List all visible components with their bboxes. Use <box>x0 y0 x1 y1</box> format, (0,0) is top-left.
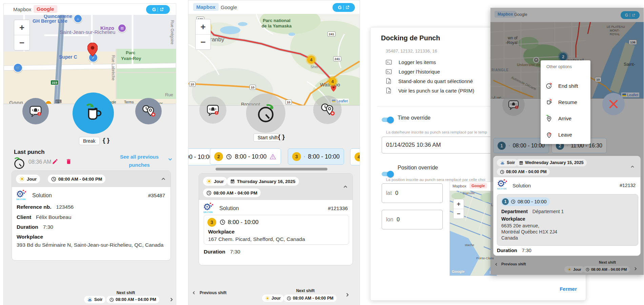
next-shift-type-chip: Soir <box>84 296 105 303</box>
last-punch-time: 08:36 AM <box>28 159 52 165</box>
file-icon <box>386 78 391 84</box>
previous-shift-label[interactable]: Previous shift <box>200 290 226 295</box>
last-punch-title: Last punch <box>14 149 45 156</box>
menu-item-arrive[interactable]: Arrive <box>545 115 571 122</box>
menu-item-end-shift[interactable]: End shift <box>545 82 578 89</box>
lat-value: 0 <box>395 190 398 196</box>
menu-item-log-items[interactable]: Logger les items <box>386 59 436 65</box>
clock-pin-icon <box>141 104 156 118</box>
map-zoom-control[interactable]: +− <box>195 19 211 50</box>
keyboard-shortcuts-icon[interactable]: ⌨ <box>55 99 62 104</box>
map-zoom-control[interactable]: +− <box>14 20 30 50</box>
item-time: 8:00 - 10:00 <box>228 219 259 226</box>
delete-punch-icon[interactable] <box>65 158 72 165</box>
shift-item-box[interactable]: 3 8:00 - 10:00 Workplace 167 Chem. Picar… <box>204 215 349 245</box>
next-shift-chevron-icon[interactable] <box>344 292 350 298</box>
zoom-in-button[interactable]: + <box>14 20 29 35</box>
shift-card-header: Jour 08:00 AM - 04:00 PM <box>12 171 171 187</box>
chevron-up-icon[interactable] <box>342 184 348 190</box>
time-override-toggle[interactable] <box>382 118 393 122</box>
menu-item-leave[interactable]: Leave <box>545 131 572 138</box>
shift-time-chip: 08:00 AM - 04:00 PM <box>48 175 105 183</box>
cluster-marker-4c[interactable]: 4 <box>328 77 337 85</box>
close-options-button[interactable] <box>602 93 625 115</box>
tab-google[interactable]: Google <box>34 5 57 13</box>
position-mini-map[interactable]: Mapbox Google Blainville +− stache Lav P… <box>449 182 497 276</box>
tab-google[interactable]: Google <box>221 4 237 10</box>
see-all-punches-link[interactable]: See all previous punches <box>116 153 163 169</box>
position-override-toggle[interactable] <box>382 172 393 176</box>
map-marker-red-pin <box>87 43 98 56</box>
external-link-icon <box>160 7 164 12</box>
zoom-in-button[interactable]: + <box>454 199 464 209</box>
lon-value: 0 <box>397 217 400 223</box>
previous-shift-chevron-icon[interactable] <box>191 290 197 296</box>
zoom-in-button[interactable]: + <box>196 19 210 34</box>
next-shift-label: Next shift <box>105 290 146 295</box>
google-watermark: Google <box>452 269 465 273</box>
time-override-helper: La date/heure inscrite au punch sera rem… <box>386 130 487 134</box>
shift-chip-2[interactable]: 2 8:00 - 10:00 <box>210 148 281 165</box>
map-label-parc2: Yvan-Roy <box>121 56 141 61</box>
shift-chip-4[interactable]: 4 8:00 - 10:00 <box>350 148 360 165</box>
solution-logo: ⚙SOLUTION <box>16 190 27 201</box>
menu-item-log-history[interactable]: Logger l'historique <box>386 69 440 75</box>
map-label-gh-berger: GH Berger Ltée <box>33 18 67 24</box>
tab-mapbox[interactable]: Mapbox <box>13 6 31 12</box>
break-button[interactable] <box>73 93 114 134</box>
fermer-button[interactable]: Fermer <box>560 286 577 292</box>
department-value: Département 1 <box>532 209 564 214</box>
punches-map-button[interactable] <box>135 98 162 124</box>
notifications-button[interactable] <box>199 97 226 124</box>
sunset-icon <box>500 161 505 165</box>
shift-card[interactable]: Jour Thursday January 16, 2025 08:00 AM … <box>199 173 353 265</box>
next-shift-label: Next shift <box>275 288 336 293</box>
shift-chip-3-selected[interactable]: 3 8:00 - 10:00 <box>288 148 344 165</box>
coffee-mug-icon <box>82 102 104 124</box>
terminal-icon <box>386 69 392 74</box>
map-leaflet[interactable]: 139 4 Granby Parc nationalde la Yamaska … <box>188 14 360 106</box>
next-shift-chevron-icon[interactable] <box>168 297 175 303</box>
tab-mapbox[interactable]: Mapbox <box>452 184 466 188</box>
lon-input[interactable]: lon 0 <box>382 210 443 229</box>
zoom-out-button[interactable]: − <box>14 35 29 50</box>
divider <box>158 7 158 12</box>
tab-google[interactable]: Google <box>469 183 487 188</box>
shift-item-box[interactable]: 1 08:00 - 10:00 DepartmentDépartement 1 … <box>497 194 638 246</box>
shift-card[interactable]: Jour 08:00 AM - 04:00 PM ⚙SOLUTION Solut… <box>12 170 171 261</box>
lon-label: lon <box>386 217 393 223</box>
chevron-up-icon[interactable] <box>160 176 166 182</box>
menu-item-standalone[interactable]: Stand-alone du quart sélectionné <box>386 78 473 84</box>
menu-item-view-punches-map[interactable]: Voir les punch sur la carte (PRIM) <box>386 87 474 94</box>
attribution-terms[interactable]: Terms <box>124 100 134 104</box>
clock-icon <box>220 219 225 225</box>
shift-date-chip: Wednesday January 15, 2025 <box>516 159 587 166</box>
panel-punch-break: Mapbox Google G Quincaillerie GH Berger … <box>3 3 176 305</box>
chevron-down-icon[interactable] <box>167 156 173 162</box>
cluster-marker-4b[interactable]: 4 <box>307 56 315 64</box>
zoom-out-button[interactable]: − <box>454 209 464 219</box>
menu-item-resume[interactable]: Resume <box>545 98 577 106</box>
edit-punch-icon[interactable] <box>52 158 58 165</box>
shift-card[interactable]: Soir Wednesday January 15, 2025 08:00 AM… <box>493 156 641 256</box>
google-maps-open-button[interactable]: G <box>146 5 170 14</box>
braces-icon[interactable]: { } <box>278 133 285 141</box>
map-zoom-control[interactable]: +− <box>453 199 464 219</box>
start-shift-button[interactable] <box>246 94 285 133</box>
duration-value: 7:30 <box>522 248 531 253</box>
chevron-up-icon[interactable] <box>630 164 635 169</box>
clock-icon <box>51 177 56 182</box>
chips-scrollbar[interactable] <box>216 168 327 170</box>
punches-map-button[interactable] <box>313 96 342 124</box>
google-maps-open-button[interactable]: G <box>333 3 355 12</box>
tab-mapbox[interactable]: Mapbox <box>193 3 219 11</box>
client-label: Client <box>17 214 31 220</box>
notifications-button[interactable] <box>22 98 49 124</box>
braces-icon[interactable]: { } <box>103 137 109 144</box>
lat-input[interactable]: lat 0 <box>382 183 443 203</box>
screen: Mapbox Google G Quincaillerie GH Berger … <box>0 0 644 305</box>
sun-icon <box>19 176 25 182</box>
item-time-chip: 1 08:00 - 10:00 <box>501 197 550 206</box>
zoom-out-button[interactable]: − <box>196 35 210 49</box>
panel-start-shift: Mapbox Google G 139 4 Granby Parc nation… <box>188 0 360 305</box>
